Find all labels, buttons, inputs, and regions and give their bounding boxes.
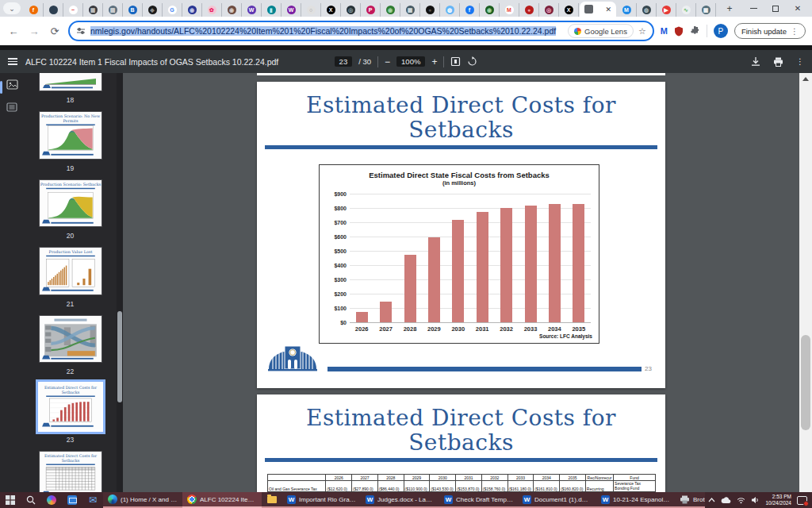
thumbnail-page-22[interactable]: 22 [40, 316, 102, 376]
thumbnail-image[interactable]: Production Scenario: No NewPermits [40, 112, 102, 159]
taskbar-clock[interactable]: 2:53 PM 10/24/2024 [765, 494, 791, 506]
thumbnail-page-20[interactable]: Production Scenario: Setbacks20 [40, 180, 102, 241]
taskbar-copilot[interactable] [41, 492, 62, 508]
pdf-more-icon[interactable]: ⋮ [796, 57, 804, 66]
browser-tab-8[interactable]: G [163, 3, 182, 17]
browser-tab-12[interactable]: W [242, 3, 262, 17]
scroll-up-arrow-icon[interactable] [802, 77, 809, 81]
browser-tab-32[interactable]: ▶ [657, 3, 676, 17]
tab-close-icon[interactable]: ✕ [605, 6, 611, 13]
browser-tab-14[interactable]: W [282, 3, 301, 17]
notification-center-icon[interactable] [797, 496, 807, 505]
taskbar-start[interactable] [0, 492, 21, 508]
taskbar-word-10-21-24-e[interactable]: W10-21-24 Espanola ... [596, 492, 675, 508]
google-lens-button[interactable]: Google Lens [568, 24, 634, 38]
volume-icon[interactable] [751, 496, 760, 504]
browser-tab-34[interactable]: ▦ [696, 3, 716, 17]
thumbnail-image[interactable]: Estimated Direct Costs forSetbacks [40, 452, 102, 493]
taskbar-folder[interactable] [262, 492, 282, 508]
minimize-button[interactable] [742, 2, 764, 16]
download-icon[interactable] [751, 56, 760, 67]
browser-tab-23[interactable]: f [460, 3, 480, 17]
rotate-icon[interactable] [467, 56, 477, 67]
browser-tab-1[interactable]: f [24, 3, 44, 17]
thumbnail-page-24[interactable]: Estimated Direct Costs forSetbacks24 [40, 452, 102, 493]
browser-tab-20[interactable]: ▦ [400, 3, 420, 17]
main-scrollbar[interactable] [799, 73, 812, 492]
browser-tab-30[interactable]: M [617, 3, 637, 17]
maximize-button[interactable] [764, 2, 787, 16]
browser-tab-10[interactable]: ✿ [202, 3, 222, 17]
fit-page-icon[interactable] [450, 56, 461, 67]
tab-search-button[interactable]: ⌄ [3, 2, 21, 14]
back-icon[interactable]: ← [6, 25, 21, 37]
browser-tab-5[interactable]: ▤ [103, 3, 123, 17]
browser-tab-9[interactable]: ◉ [182, 3, 202, 17]
thumbnails-view-icon[interactable] [6, 79, 18, 90]
address-bar[interactable]: nmlegis.gov/handouts/ALFC%20102224%20Ite… [68, 21, 654, 41]
taskbar-printer-brother-mf[interactable]: Brother MFC-L2710... [675, 492, 705, 508]
finish-update-button[interactable]: Finish update ⋮ [734, 23, 806, 39]
browser-tab-4[interactable]: ▦ [83, 3, 103, 17]
browser-tab-15[interactable]: ○ [301, 3, 321, 17]
network-icon[interactable] [737, 497, 745, 504]
taskbar-connect[interactable] [62, 492, 82, 508]
bookmark-star-icon[interactable]: ☆ [638, 26, 646, 37]
new-tab-button[interactable]: + [722, 2, 737, 15]
browser-tab-19[interactable]: ◉ [381, 3, 400, 17]
thumbnail-image[interactable]: Production Value Lost [40, 248, 102, 294]
thumbnail-image[interactable] [40, 73, 102, 90]
thumbnail-image[interactable]: Production Scenario: Setbacks [40, 180, 102, 227]
browser-tab-18[interactable]: P [361, 3, 381, 17]
tray-chevron-icon[interactable] [708, 498, 715, 502]
browser-tab-3[interactable]: ~ [63, 3, 83, 17]
browser-tab-24[interactable]: ◉ [480, 3, 500, 17]
browser-tab-31[interactable]: ◍ [637, 3, 657, 17]
pdf-menu-icon[interactable] [8, 56, 17, 67]
reload-icon[interactable]: ⟳ [48, 25, 62, 37]
taskbar-edge--1-home-[interactable]: (1) Home / X and 2... [103, 492, 182, 508]
print-icon[interactable] [773, 57, 783, 67]
browser-tab-17[interactable]: ◎ [341, 3, 361, 17]
thumbnail-page-18[interactable]: 18 [40, 73, 102, 104]
browser-tab-22[interactable]: ◍ [440, 3, 460, 17]
thumbnail-scrollbar[interactable] [117, 73, 123, 492]
browser-tab-33[interactable]: ∿ [676, 3, 696, 17]
thumbnail-page-23[interactable]: Estimated Direct Costs forSetbacks23 [40, 383, 102, 444]
onedrive-cloud-icon[interactable] [721, 497, 731, 504]
url-text[interactable]: nmlegis.gov/handouts/ALFC%20102224%20Ite… [90, 26, 563, 36]
forward-icon[interactable]: → [27, 25, 41, 37]
thumbnail-page-19[interactable]: Production Scenario: No NewPermits19 [40, 112, 102, 172]
taskbar-word-check-draf[interactable]: WCheck Draft Templa... [439, 492, 518, 508]
extensions-puzzle-icon[interactable] [690, 26, 700, 37]
close-button[interactable]: ✕ [787, 2, 809, 16]
taskbar-word-important-[interactable]: WImportant Rio Gran... [282, 492, 361, 508]
taskbar-word-document1-[interactable]: WDocument1 (1).doc... [518, 492, 596, 508]
thumbnail-page-21[interactable]: Production Value Lost21 [40, 248, 102, 308]
browser-tab-7[interactable]: ◆ [143, 3, 163, 17]
browser-tab-25[interactable]: M [500, 3, 519, 17]
profile-avatar[interactable]: P [714, 24, 728, 38]
browser-tab-21[interactable]: ● [420, 3, 440, 17]
taskbar-search[interactable] [21, 492, 41, 508]
browser-tab-11[interactable]: ◉ [222, 3, 242, 17]
zoom-level[interactable]: 100% [396, 56, 425, 67]
page-number-input[interactable]: 23 [335, 56, 353, 67]
browser-tab-2[interactable] [44, 3, 63, 17]
extension-m-icon[interactable]: M [661, 26, 668, 36]
browser-tab-27[interactable]: ◎ [539, 3, 559, 17]
thumbnail-image[interactable]: Estimated Direct Costs forSetbacks [40, 383, 102, 430]
browser-tab-28[interactable]: X [559, 3, 579, 17]
taskbar-word-judges-doc[interactable]: WJudges.docx - Last... [361, 492, 439, 508]
zoom-in-icon[interactable]: + [431, 56, 437, 67]
taskbar-mail[interactable]: ✉ [82, 492, 103, 508]
scrollbar-thumb[interactable] [801, 335, 810, 430]
browser-tab-26[interactable]: ● [519, 3, 539, 17]
thumbnail-image[interactable] [40, 316, 102, 363]
outline-view-icon[interactable] [6, 102, 17, 112]
taskbar-chrome-alfc-10222[interactable]: ALFC 102224 Item 1... [182, 492, 262, 508]
browser-tab-6[interactable]: B [123, 3, 143, 17]
browser-tab-16[interactable]: X [321, 3, 341, 17]
browser-menu-icon[interactable]: ⋮ [791, 27, 799, 36]
zoom-out-icon[interactable]: − [385, 56, 390, 67]
